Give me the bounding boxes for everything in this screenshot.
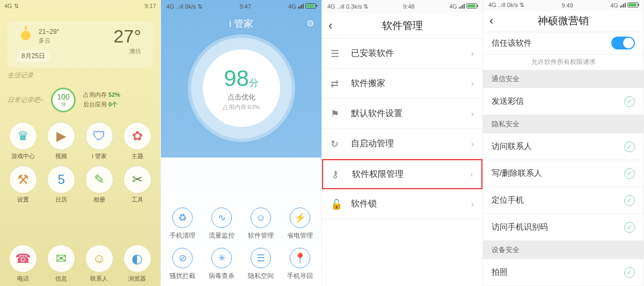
check-icon[interactable]: ✓: [624, 168, 635, 179]
perm-row-访问手机识别码[interactable]: 访问手机识别码 ✓: [483, 214, 643, 241]
dock-电话[interactable]: ☎ 电话: [4, 245, 42, 283]
perm-label: 发送彩信: [492, 96, 618, 106]
back-button[interactable]: ‹: [328, 19, 332, 33]
tool-label: 病毒查杀: [209, 271, 235, 281]
list-label: 软件搬家: [351, 78, 463, 89]
chevron-right-icon: ›: [470, 169, 473, 179]
tool-骚扰拦截[interactable]: ⊘ 骚扰拦截: [163, 248, 202, 281]
app-游戏中心[interactable]: ♛ 游戏中心: [4, 122, 42, 160]
status-right: 4G: [449, 3, 477, 10]
settings-list: ☰ 已安装软件 ›⇄ 软件搬家 ›⚑ 默认软件设置 ›↻ 自启动管理 ›⚷ 软件…: [322, 39, 482, 219]
app-工具[interactable]: ✂ 工具: [118, 166, 156, 204]
app-label: 设置: [17, 196, 29, 204]
list-icon: ☰: [331, 48, 342, 60]
check-icon[interactable]: ✓: [624, 195, 635, 206]
app-日历[interactable]: 5 日历: [42, 166, 80, 204]
memory-text: 占用内存 52% 后台应用 0个: [83, 90, 120, 109]
dock-label: 电话: [17, 275, 29, 283]
app-i 管家[interactable]: 🛡 i 管家: [80, 122, 119, 160]
chevron-right-icon: ›: [471, 109, 474, 119]
list-item-已安装软件[interactable]: ☰ 已安装软件 ›: [322, 39, 482, 69]
settings-icon[interactable]: ⚙: [306, 18, 314, 28]
app-相册[interactable]: ✎ 相册: [80, 166, 119, 204]
perm-label: 拍照: [492, 267, 618, 277]
app-icon: ♛: [9, 122, 37, 150]
app-label: 日历: [55, 196, 67, 204]
check-icon[interactable]: ✓: [624, 222, 635, 233]
perm-label: 访问手机识别码: [492, 222, 618, 232]
status-bar: 4G ..ıll 0.3k/s ⇅ 9:48 4G: [322, 0, 482, 13]
dock-信息[interactable]: ✉ 信息: [42, 245, 80, 283]
dock-label: 浏览器: [128, 275, 146, 283]
perm-row-定位手机[interactable]: 定位手机 ✓: [483, 187, 643, 214]
perm-label: 访问联系人: [492, 141, 618, 152]
tool-隐私空间[interactable]: ☰ 隐私空间: [241, 248, 281, 281]
check-icon[interactable]: ✓: [624, 96, 635, 107]
app-label: 游戏中心: [11, 152, 35, 160]
perm-row-拍照[interactable]: 拍照 ✓: [483, 259, 643, 286]
trust-label: 信任该软件: [492, 38, 605, 48]
temp-range: 21~29°: [39, 28, 60, 35]
dock-联系人[interactable]: ☺ 联系人: [80, 245, 119, 283]
note-line1: 生活记录: [8, 71, 160, 80]
dock-icon: ☎: [9, 245, 37, 273]
weather-city: 潍坊: [129, 47, 141, 55]
app-label: 工具: [131, 196, 143, 204]
optimize-ring[interactable]: 98分 点击优化 占用内存:63%: [191, 38, 292, 139]
page-title: 软件管理: [382, 19, 423, 33]
list-item-默认软件设置[interactable]: ⚑ 默认软件设置 ›: [322, 99, 482, 129]
list-icon: ↻: [331, 138, 342, 150]
app-icon: ▶: [47, 122, 75, 150]
app-label: 相册: [93, 196, 105, 204]
check-icon[interactable]: ✓: [624, 141, 635, 152]
memory-widget[interactable]: 日常记录吧~ 100 分 占用内存 52% 后台应用 0个: [8, 88, 153, 112]
list-label: 软件权限管理: [352, 169, 462, 180]
page-title: i 管家: [229, 17, 253, 30]
tool-label: 骚扰拦截: [170, 271, 195, 281]
list-icon: 🔓: [331, 198, 342, 210]
tool-病毒查杀[interactable]: ✳ 病毒查杀: [202, 248, 241, 281]
app-主题[interactable]: ✿ 主题: [118, 122, 156, 160]
section-header: 隐私安全: [483, 115, 643, 133]
trust-row[interactable]: 信任该软件: [483, 32, 643, 55]
list-item-软件锁[interactable]: 🔓 软件锁 ›: [322, 189, 482, 219]
perm-row-访问联系人[interactable]: 访问联系人 ✓: [483, 133, 643, 160]
app-设置[interactable]: ⚒ 设置: [4, 166, 42, 204]
weather-widget[interactable]: 21~29° 多云 27° 潍坊 8月25日: [8, 22, 153, 68]
app-icon: ✂: [123, 166, 151, 194]
back-button[interactable]: ‹: [489, 14, 493, 28]
tool-流量监控[interactable]: ∿ 流量监控: [202, 208, 241, 240]
dock-浏览器[interactable]: ◐ 浏览器: [118, 245, 156, 283]
page-title-row: i 管家 ⚙: [161, 13, 321, 34]
list-item-自启动管理[interactable]: ↻ 自启动管理 ›: [322, 129, 482, 159]
tool-icon: ♻: [172, 208, 193, 228]
perm-label: 定位手机: [492, 195, 618, 205]
weather-date: 8月25日: [17, 51, 49, 62]
permissions-screen: 4G ..ıll 0k/s ⇅ 9:49 4G ‹ 神硕微营销 信任该软件 允许…: [483, 0, 644, 286]
status-bar: 4G ⇅ 9:17: [0, 0, 160, 12]
tool-label: 手机寻回: [287, 271, 313, 281]
tool-手机寻回[interactable]: 📍 手机寻回: [280, 248, 319, 281]
list-label: 默认软件设置: [351, 108, 463, 119]
health-score-value: 100: [57, 92, 69, 101]
optimize-mem: 占用内存:63%: [223, 103, 260, 111]
list-icon: ⇄: [331, 78, 342, 90]
list-item-软件搬家[interactable]: ⇄ 软件搬家 ›: [322, 69, 482, 99]
check-icon[interactable]: ✓: [624, 267, 635, 278]
list-item-软件权限管理[interactable]: ⚷ 软件权限管理 ›: [322, 159, 482, 189]
trust-toggle[interactable]: [611, 37, 635, 49]
app-icon: 5: [47, 166, 75, 194]
chevron-right-icon: ›: [471, 139, 474, 149]
app-icon: ✎: [85, 166, 113, 194]
dock-label: 联系人: [90, 275, 108, 283]
tool-软件管理[interactable]: ☺ 软件管理: [241, 208, 281, 240]
perm-row-写/删除联系人[interactable]: 写/删除联系人 ✓: [483, 160, 643, 187]
health-score-badge[interactable]: 100 分: [51, 88, 76, 112]
app-icon: ⚒: [9, 166, 37, 194]
perm-row-发送彩信[interactable]: 发送彩信 ✓: [483, 88, 643, 115]
tool-省电管理[interactable]: ⚡ 省电管理: [280, 208, 319, 240]
status-bar: 4G ..ıll 0k/s ⇅ 9:47 4G: [161, 0, 321, 13]
app-视频[interactable]: ▶ 视频: [42, 122, 80, 160]
list-label: 已安装软件: [351, 48, 463, 59]
tool-手机清理[interactable]: ♻ 手机清理: [163, 208, 202, 240]
